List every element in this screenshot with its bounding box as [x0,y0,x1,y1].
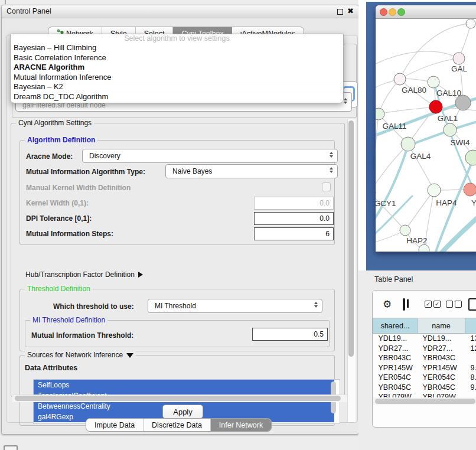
network-view-window[interactable]: GAL GAL80 GAL10 GAL1 GAL11 SWI4 GAL4 GCY… [376,5,476,252]
network-window-titlebar[interactable] [376,5,476,19]
aracne-mode-value: Discovery [89,152,120,160]
dropdown-option[interactable]: Bayesian – K2 [11,82,343,92]
network-node [444,123,457,136]
aracne-mode-combobox[interactable]: Discovery [82,149,338,163]
network-node [428,184,441,197]
network-node [376,108,384,120]
network-node [465,150,476,165]
dpi-tolerance-field[interactable]: 0.0 [254,212,334,225]
gear-icon[interactable]: ⚙ [383,299,392,309]
settings-horizontal-scrollbar-thumb[interactable] [15,396,341,401]
dropdown-option[interactable]: Bayesian – Hill Climbing [11,43,343,53]
mi-threshold-definition-group: MI Threshold Definition Mutual Informati… [25,320,330,347]
dpi-tolerance-label: DPI Tolerance [0,1]: [26,214,92,223]
application-window: Control Panel ✖ Network Style Select Cyn… [0,0,476,450]
tab-label: Infer Network [219,421,263,429]
network-node [419,244,429,252]
mi-steps-value: 6 [325,230,330,238]
table-row[interactable]: YBR043CYBR043C [373,353,476,363]
network-node [429,100,442,113]
hub-definition-toggle[interactable]: Hub/Transcription Factor Definition [25,270,143,279]
table-row[interactable]: YBL079WYBL079W [373,392,476,397]
kernel-width-field[interactable]: 0.0 [254,197,334,210]
mi-threshold-field[interactable]: 0.5 [252,328,328,341]
mi-type-value: Naive Bayes [172,167,212,175]
node-label: GAL [451,64,468,73]
table-panel-box: ⚙ ✓✓ shared... name [372,290,476,428]
float-window-icon[interactable] [337,9,343,15]
kernel-width-value: 0.0 [319,199,330,207]
zoom-traffic-light-icon[interactable] [397,8,405,16]
mi-threshold-definition-title: MI Threshold Definition [30,316,107,324]
network-canvas[interactable]: GAL GAL80 GAL10 GAL1 GAL11 SWI4 GAL4 GCY… [376,19,476,252]
table-header-row[interactable]: shared... name [373,318,476,334]
apply-button[interactable]: Apply [162,405,203,419]
tab-discretize-data[interactable]: Discretize Data [144,419,211,431]
which-threshold-combobox[interactable]: MI Threshold [148,299,322,313]
kernel-width-label: Kernel Width (0,1): [26,199,89,207]
dropdown-option[interactable]: Dream8 DC_TDC Algorithm [11,92,343,102]
close-icon[interactable]: ✖ [347,6,354,15]
algorithm-definition-group: Algorithm Definition Aracne Mode: Discov… [19,140,335,245]
settings-vertical-scrollbar-thumb[interactable] [348,120,354,357]
tab-infer-network[interactable]: Infer Network [211,419,271,431]
apply-button-label: Apply [173,407,193,416]
minimize-traffic-light-icon[interactable] [389,8,396,16]
node-label: HAP2 [406,236,427,245]
node-label: GAL4 [410,152,431,161]
table-horizontal-scrollbar[interactable] [373,397,476,405]
algorithm-dropdown-popup: Select algorithm to view settings Bayesi… [10,34,344,103]
dropdown-placeholder: Select algorithm to view settings [11,34,343,43]
manual-kernel-checkbox[interactable] [322,182,331,191]
select-all-checkboxes-icon[interactable]: ✓✓ [425,301,441,308]
hub-definition-label: Hub/Transcription Factor Definition [25,270,135,279]
column-header[interactable]: name [418,318,465,334]
close-traffic-light-icon[interactable] [380,8,387,16]
cyni-algorithm-settings-title: Cyni Algorithm Settings [16,119,94,127]
mi-threshold-value: 0.5 [314,330,324,338]
collapse-down-icon [126,353,133,358]
node-attribute-table[interactable]: shared... name YDL19...YDL19...13 YDR27.… [373,318,476,397]
node-label: GAL11 [382,122,406,131]
table-row[interactable]: YDL19...YDL19...13 [373,334,476,344]
algorithm-definition-title: Algorithm Definition [25,136,97,144]
cyni-algorithm-settings-group: Cyni Algorithm Settings Algorithm Defini… [11,123,345,397]
expand-right-icon [138,272,143,278]
tab-impute-data[interactable]: Impute Data [86,419,144,431]
which-threshold-value: MI Threshold [155,302,196,310]
manual-kernel-label: Manual Kernel Width Definition [26,184,131,192]
network-node [466,19,475,28]
network-node [464,183,476,196]
dropdown-option-selected[interactable]: ARACNE Algorithm [11,63,343,73]
deselect-all-checkboxes-icon[interactable] [446,301,462,308]
control-panel-titlebar[interactable]: Control Panel ✖ [2,5,358,18]
node-label: GCY1 [376,199,396,208]
window-edge-tick [5,0,6,4]
node-label: HAP4 [436,198,457,207]
mi-threshold-label: Mutual Information Threshold: [31,331,133,340]
column-header[interactable]: shared... [373,318,418,334]
aracne-mode-label: Aracne Mode: [26,152,73,161]
network-node [453,53,465,64]
collapsed-panel-icon[interactable] [4,445,18,450]
table-row[interactable]: YBR045CYBR045C9. [373,383,476,393]
node-label: GAL10 [436,89,461,97]
tab-label: Impute Data [94,421,135,429]
sources-title-row[interactable]: Sources for Network Inference [25,351,136,359]
table-panel: Table Panel ⚙ ✓✓ sh [358,270,476,450]
mi-steps-label: Mutual Information Steps: [26,230,113,238]
column-header[interactable] [465,318,476,334]
table-row[interactable]: YDR27...YDR27...12 [373,344,476,354]
new-table-icon[interactable] [468,298,476,311]
dropdown-option[interactable]: Basic Correlation Inference [11,53,343,63]
split-columns-icon[interactable] [403,298,405,311]
table-row[interactable]: YER054CYER054C8. [373,373,476,383]
table-panel-title: Table Panel [374,275,413,283]
table-row[interactable]: YPR145WYPR145W9. [373,363,476,373]
mi-steps-field[interactable]: 6 [254,227,334,240]
attribute-item[interactable]: SelfLoops [34,380,334,390]
dropdown-option[interactable]: Mutual Information Inference [11,73,343,83]
node-label: Y [471,198,476,207]
mi-type-combobox[interactable]: Naive Bayes [165,164,338,178]
mi-type-label: Mutual Information Algorithm Type: [26,168,145,176]
